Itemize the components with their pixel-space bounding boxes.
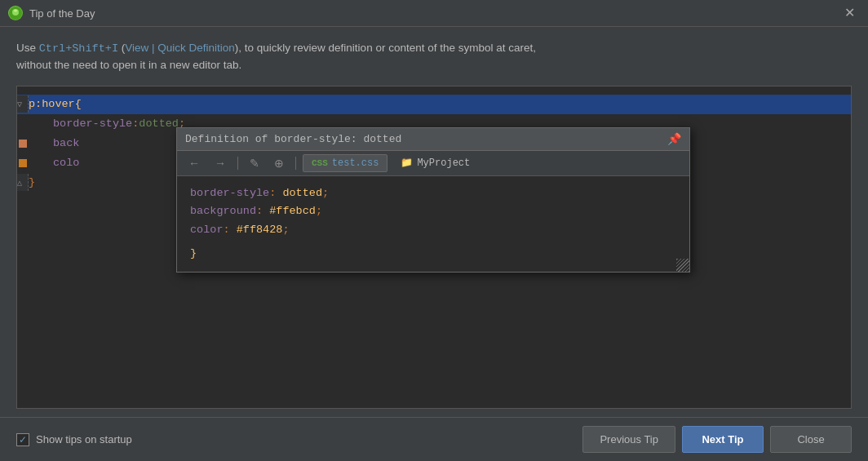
back-button[interactable]: ← bbox=[184, 154, 205, 172]
popup-code-line-1: border-style: dotted; bbox=[190, 184, 676, 203]
popup-code-line-2: background: #ffebcd; bbox=[190, 202, 676, 221]
code-area: ▽ p:hover{ border-style: dotted; bbox=[16, 86, 852, 410]
pin-button[interactable]: 📌 bbox=[667, 132, 681, 146]
dialog-title: Tip of the Day bbox=[29, 7, 95, 20]
css-property-1: border-style bbox=[53, 115, 132, 133]
css-selector: p:hover{ bbox=[29, 95, 82, 113]
closing-brace: } bbox=[29, 174, 35, 192]
fold-icon-1: ▽ bbox=[17, 100, 22, 109]
title-bar-left: Tip of the Day bbox=[8, 6, 95, 20]
project-folder-icon: 📁 bbox=[401, 157, 413, 169]
title-bar: Tip of the Day ✕ bbox=[0, 0, 868, 27]
popup-toolbar: ← → ✎ ⊕ CSS test.css 📁 MyProject bbox=[177, 151, 689, 176]
svg-point-2 bbox=[14, 10, 17, 12]
previous-tip-button[interactable]: Previous Tip bbox=[582, 426, 675, 453]
show-tips-checkbox[interactable]: ✓ bbox=[16, 433, 29, 446]
file-tab[interactable]: CSS test.css bbox=[303, 154, 388, 172]
tip-shortcut: Ctrl+Shift+I bbox=[39, 42, 118, 55]
footer-buttons: Previous Tip Next Tip Close bbox=[582, 426, 852, 453]
toolbar-separator-2 bbox=[295, 157, 296, 170]
fold-icon-5: △ bbox=[17, 179, 22, 188]
checkbox-label: Show tips on startup bbox=[36, 433, 132, 445]
footer: ✓ Show tips on startup Previous Tip Next… bbox=[0, 417, 868, 461]
main-content: Use Ctrl+Shift+I (View | Quick Definitio… bbox=[0, 27, 868, 417]
tip-menu-path: View | Quick Definition bbox=[125, 42, 235, 54]
popup-code-line-3: color: #ff8428; bbox=[190, 221, 676, 240]
checkbox-checkmark: ✓ bbox=[19, 434, 27, 445]
close-button[interactable]: Close bbox=[770, 426, 852, 453]
forward-button[interactable]: → bbox=[210, 154, 231, 172]
css-file-icon: CSS bbox=[312, 158, 328, 168]
popup-title: Definition of border-style: dotted bbox=[185, 133, 401, 145]
css-property-2: back bbox=[53, 135, 79, 153]
tip-text-part3: ), to quickly review definition or conte… bbox=[235, 42, 536, 54]
popup-code: border-style: dotted; background: #ffebc… bbox=[177, 176, 689, 273]
edit-button[interactable]: ✎ bbox=[245, 154, 264, 172]
definition-popup: Definition of border-style: dotted 📌 ← →… bbox=[176, 127, 690, 273]
css-property-3: colo bbox=[53, 154, 79, 172]
tip-text-part4: without the need to open it in a new edi… bbox=[16, 59, 241, 71]
title-close-button[interactable]: ✕ bbox=[839, 5, 860, 21]
project-tab-name: MyProject bbox=[417, 157, 470, 169]
tip-text: Use Ctrl+Shift+I (View | Quick Definitio… bbox=[16, 40, 852, 74]
popup-closing-brace: } bbox=[190, 245, 676, 264]
toolbar-separator bbox=[237, 157, 238, 170]
tip-text-part1: Use bbox=[16, 42, 39, 54]
show-tips-checkbox-wrapper[interactable]: ✓ Show tips on startup bbox=[16, 433, 132, 446]
gutter-1: ▽ bbox=[17, 95, 29, 113]
search-button[interactable]: ⊕ bbox=[269, 154, 289, 172]
next-tip-button[interactable]: Next Tip bbox=[682, 426, 764, 453]
popup-header: Definition of border-style: dotted 📌 bbox=[177, 128, 689, 151]
resize-handle[interactable] bbox=[676, 259, 689, 272]
project-tab[interactable]: 📁 MyProject bbox=[392, 154, 478, 171]
code-line-1: ▽ p:hover{ bbox=[17, 95, 851, 114]
tip-text-part2: ( bbox=[118, 42, 125, 54]
gutter-5: △ bbox=[17, 174, 29, 192]
app-icon bbox=[8, 6, 23, 20]
footer-left: ✓ Show tips on startup bbox=[16, 433, 132, 446]
file-tab-name: test.css bbox=[332, 157, 379, 169]
